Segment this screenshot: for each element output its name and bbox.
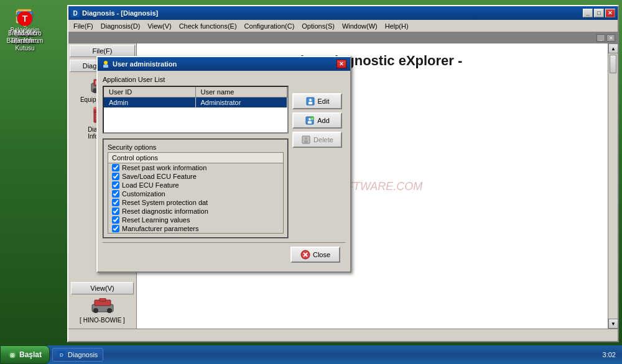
user-list[interactable]: User ID User name Admin Administrator	[103, 86, 289, 134]
user-row-admin[interactable]: Admin Administrator	[104, 98, 287, 107]
delete-button[interactable]: Delete	[292, 132, 342, 148]
user-id-cell: Admin	[104, 98, 196, 107]
dialog-body: Application User List User ID User name …	[98, 71, 350, 271]
option-row-3: Customization	[108, 189, 283, 198]
dialog-overlay: User administration ✕ Application User L…	[0, 0, 622, 364]
desktop: Belgelerim Bilgisayarim	[0, 0, 622, 364]
edit-button[interactable]: Edit	[292, 93, 342, 109]
user-admin-dialog: User administration ✕ Application User L…	[96, 56, 351, 273]
option-label-5: Reset diagnostic information	[122, 207, 208, 215]
dialog-footer: Close	[103, 242, 345, 266]
option-check-5[interactable]	[112, 207, 119, 215]
edit-label: Edit	[318, 98, 330, 105]
add-button[interactable]: + Add	[292, 112, 342, 129]
svg-rect-46	[103, 65, 108, 68]
svg-text:+: +	[311, 117, 313, 121]
option-label-3: Customization	[122, 190, 165, 198]
option-label-2: Load ECU Feature	[122, 181, 179, 189]
option-label-4: Reset System protection dat	[122, 199, 208, 206]
dialog-content-row: Application User List User ID User name …	[103, 76, 345, 239]
svg-point-45	[104, 61, 108, 65]
add-label: Add	[317, 117, 330, 124]
user-name-cell: Administrator	[196, 98, 288, 107]
col-userid: User ID	[104, 87, 196, 97]
option-check-3[interactable]	[112, 190, 119, 198]
option-label-1: Save/Load ECU Feature	[122, 173, 197, 180]
dialog-right-buttons: Edit + Add	[292, 76, 345, 239]
dialog-left-section: Application User List User ID User name …	[103, 76, 289, 239]
user-list-empty	[104, 107, 287, 132]
control-options-table: Control options Reset past work informat…	[108, 152, 284, 234]
svg-point-48	[309, 99, 312, 101]
option-row-7: Manufacturer parameters	[108, 224, 283, 233]
option-check-0[interactable]	[112, 164, 119, 171]
option-row-5: Reset diagnostic information	[108, 207, 283, 216]
dialog-close-button[interactable]: ✕	[337, 60, 346, 68]
option-row-1: Save/Load ECU Feature	[108, 172, 283, 181]
security-options-title: Security options	[108, 143, 284, 151]
svg-rect-57	[304, 140, 308, 143]
user-list-label: Application User List	[103, 76, 289, 83]
control-options-header: Control options	[108, 153, 283, 163]
svg-rect-49	[309, 102, 312, 104]
close-dialog-label: Close	[313, 251, 330, 258]
svg-rect-52	[308, 121, 312, 124]
option-check-2[interactable]	[112, 181, 119, 189]
option-check-1[interactable]	[112, 173, 119, 180]
list-header: User ID User name	[104, 87, 287, 98]
option-row-4: Reset System protection dat	[108, 198, 283, 207]
option-row-0: Reset past work information	[108, 163, 283, 172]
option-label-0: Reset past work information	[122, 164, 207, 171]
dialog-title-bar: User administration ✕	[98, 57, 350, 71]
option-check-7[interactable]	[112, 225, 119, 232]
svg-point-56	[305, 137, 307, 140]
option-row-2: Load ECU Feature	[108, 181, 283, 189]
option-check-4[interactable]	[112, 199, 119, 206]
col-username: User name	[196, 87, 288, 97]
delete-label: Delete	[313, 136, 333, 143]
close-dialog-button[interactable]: Close	[290, 247, 340, 263]
security-options: Security options Control options Reset p…	[103, 139, 289, 239]
option-check-6[interactable]	[112, 216, 119, 224]
option-row-6: Reset Learning values	[108, 216, 283, 224]
option-label-7: Manufacturer parameters	[122, 225, 199, 232]
option-label-6: Reset Learning values	[122, 216, 190, 224]
dialog-title: User administration	[113, 60, 177, 68]
